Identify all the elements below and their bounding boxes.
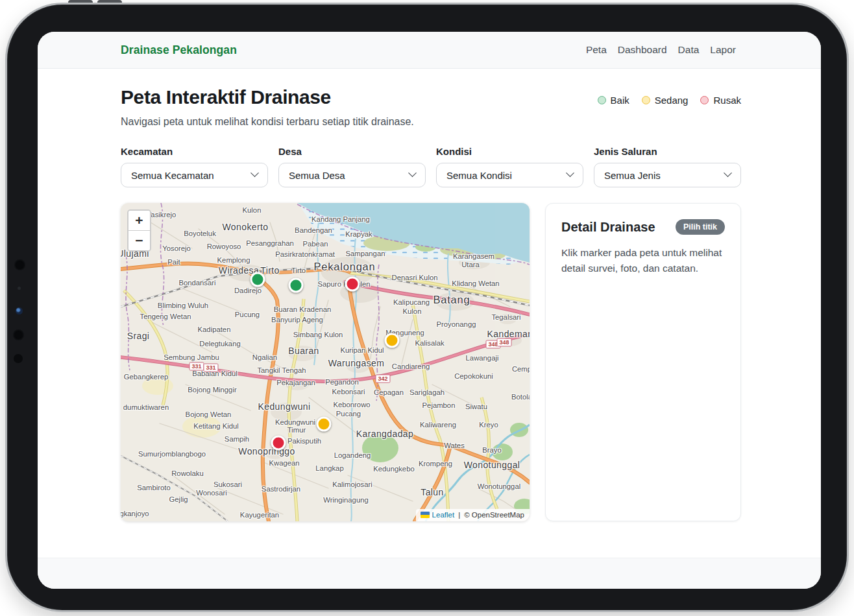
filter-label-desa: Desa [278,146,426,157]
content-row: KulonTasikrejoKandang PanjangWonokertoBa… [121,203,741,521]
map-marker-baik[interactable] [289,278,304,293]
legend-label: Sedang [655,95,689,106]
filter-label-jenis-saluran: Jenis Saluran [594,146,741,157]
detail-panel-title: Detail Drainase [561,220,655,235]
select-desa[interactable]: Semua Desa [278,163,426,187]
select-kecamatan[interactable]: Semua Kecamatan [121,163,268,187]
route-shield: 348 [496,338,511,347]
legend-dot-icon [700,96,709,104]
legend-item-baik: Baik [598,95,629,106]
map-marker-baik[interactable] [250,272,265,287]
camera-lens-blue [16,307,23,314]
legend-dot-icon [598,96,606,104]
attribution-separator: | [458,511,460,519]
map-marker-rusak[interactable] [345,277,360,292]
legend-label: Rusak [713,95,741,106]
filter-desa: DesaSemua Desa [278,146,426,187]
select-value-kecamatan: Semua Kecamatan [131,170,214,181]
legend-label: Baik [611,95,629,106]
filter-label-kecamatan: Kecamatan [121,146,268,157]
zoom-out-button[interactable]: − [128,231,150,250]
chevron-down-icon [566,169,574,177]
select-value-desa: Semua Desa [289,170,345,181]
leaflet-link[interactable]: Leaflet [432,511,455,519]
map-marker-sedang[interactable] [317,417,332,432]
chevron-down-icon [724,169,732,177]
legend-dot-icon [642,96,650,104]
page-title: Peta Interaktif Drainase [121,86,414,109]
openstreetmap-link[interactable]: © OpenStreetMap [464,511,524,519]
select-value-jenis-saluran: Semua Jenis [604,170,661,181]
zoom-in-button[interactable]: + [128,211,150,231]
route-shield: 331 [189,362,204,371]
select-jenis-saluran[interactable]: Semua Jenis [594,163,741,187]
route-shield: 331 [203,364,218,372]
map-urban-areas [142,256,522,459]
rear-camera-lens [14,354,23,363]
nav-item-lapor[interactable]: Lapor [710,44,736,56]
rear-camera-lens [13,329,24,340]
map-zoom-control: + − [127,209,151,252]
detail-status-badge: Pilih titik [676,219,725,235]
header-nav: PetaDashboardDataLapor [586,44,736,56]
route-shield: 342 [375,375,390,383]
chevron-down-icon [408,169,417,177]
nav-item-data[interactable]: Data [678,44,700,56]
app-footer [38,558,821,589]
microphone-dot [18,287,21,290]
legend-item-sedang: Sedang [642,95,689,106]
detail-panel-body: Klik marker pada peta untuk melihat deta… [561,245,725,276]
nav-item-dashboard[interactable]: Dashboard [618,44,667,56]
main-content: Peta Interaktif Drainase Navigasi peta u… [38,86,821,521]
app-header: Drainase Pekalongan PetaDashboardDataLap… [38,32,821,69]
filter-jenis-saluran: Jenis SaluranSemua Jenis [594,146,741,187]
nav-item-peta[interactable]: Peta [586,44,607,56]
legend-item-rusak: Rusak [700,95,741,106]
map-canvas [121,203,530,521]
map-marker-sedang[interactable] [385,333,400,348]
app-brand[interactable]: Drainase Pekalongan [121,43,237,57]
select-kondisi[interactable]: Semua Kondisi [436,163,583,187]
filter-bar: KecamatanSemua KecamatanDesaSemua DesaKo… [121,146,741,187]
filter-kecamatan: KecamatanSemua Kecamatan [121,146,268,187]
rear-camera-lens [14,259,25,270]
filter-label-kondisi: Kondisi [436,146,583,157]
ukraine-flag-icon [421,512,430,518]
status-legend: BaikSedangRusak [598,95,741,106]
page-subtitle: Navigasi peta untuk melihat kondisi terb… [121,116,414,128]
detail-panel: Detail Drainase Pilih titik Klik marker … [545,203,741,521]
tablet-frame: Drainase Pekalongan PetaDashboardDataLap… [5,3,849,612]
leaflet-map[interactable]: KulonTasikrejoKandang PanjangWonokertoBa… [121,203,530,521]
page-head: Peta Interaktif Drainase Navigasi peta u… [121,86,741,128]
select-value-kondisi: Semua Kondisi [446,170,512,181]
tablet-screen: Drainase Pekalongan PetaDashboardDataLap… [38,32,821,589]
map-marker-rusak[interactable] [271,436,286,451]
detail-panel-head: Detail Drainase Pilih titik [561,219,725,235]
chevron-down-icon [250,169,259,177]
filter-kondisi: KondisiSemua Kondisi [436,146,583,187]
map-attribution: Leaflet | © OpenStreetMap [416,509,530,521]
